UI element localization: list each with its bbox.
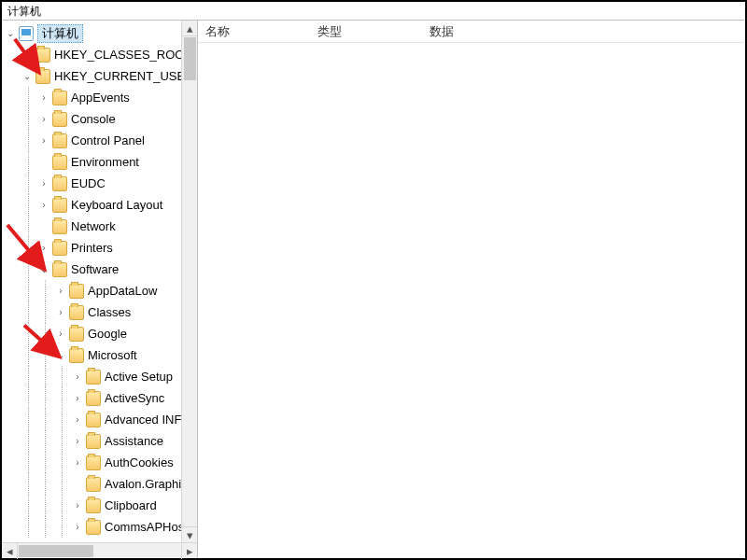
tree-item[interactable]: ›ActiveSync	[4, 387, 197, 409]
folder-icon	[86, 391, 101, 406]
chevron-right-icon[interactable]: ›	[71, 392, 84, 405]
scroll-right-icon[interactable]: ▸	[181, 543, 197, 559]
chevron-down-icon[interactable]: ⌄	[4, 27, 17, 40]
tree-item[interactable]: ›Active Setup	[4, 366, 197, 387]
tree-item[interactable]: ⌄计算机	[4, 22, 197, 44]
tree-item[interactable]: ›HKEY_CLASSES_ROOT	[4, 44, 197, 65]
chevron-right-icon[interactable]: ›	[54, 285, 67, 298]
tree-item-label: Microsoft	[88, 348, 143, 362]
tree-item-label: Network	[71, 219, 121, 233]
tree-item-label: ActiveSync	[105, 391, 170, 405]
scroll-down-icon[interactable]: ▾	[182, 526, 197, 542]
tree-item[interactable]: Network	[4, 216, 197, 237]
column-headers[interactable]: 名称 类型 数据	[198, 21, 745, 43]
folder-icon	[52, 155, 67, 170]
tree-item-label: CommsAPHost	[105, 520, 193, 534]
tree-item[interactable]: Environment	[4, 151, 197, 173]
tree-item-label: Console	[71, 112, 121, 126]
tree-item-label: AuthCookies	[105, 455, 179, 469]
chevron-right-icon[interactable]: ›	[54, 328, 67, 341]
tree-item[interactable]: ›CommsAPHost	[4, 516, 197, 538]
tree-item[interactable]: ⌄Software	[4, 259, 197, 280]
folder-icon	[52, 198, 67, 213]
tree-item-label: Classes	[88, 305, 136, 319]
registry-tree[interactable]: ⌄计算机›HKEY_CLASSES_ROOT⌄HKEY_CURRENT_USER…	[2, 21, 197, 542]
tree-item-label: Clipboard	[105, 498, 162, 512]
chevron-right-icon[interactable]: ›	[54, 306, 67, 319]
column-type[interactable]: 类型	[310, 23, 422, 40]
folder-icon	[86, 477, 101, 492]
chevron-right-icon[interactable]: ›	[37, 91, 50, 105]
chevron-down-icon[interactable]: ⌄	[21, 70, 34, 83]
tree-panel: ⌄计算机›HKEY_CLASSES_ROOT⌄HKEY_CURRENT_USER…	[2, 21, 198, 558]
tree-item-label: Google	[88, 327, 133, 341]
tree-item-label: Assistance	[105, 434, 169, 448]
tree-item[interactable]: ›Printers	[4, 237, 197, 259]
tree-horizontal-scrollbar[interactable]: ◂ ▸	[2, 542, 197, 558]
tree-item[interactable]: Avalon.Graphics	[4, 473, 197, 495]
computer-icon	[19, 26, 34, 41]
values-list[interactable]	[198, 43, 745, 558]
column-data[interactable]: 数据	[422, 23, 745, 40]
folder-icon	[86, 455, 101, 470]
tree-item-label: Environment	[71, 155, 145, 169]
tree-item[interactable]: ›EUDC	[4, 173, 197, 194]
chevron-right-icon[interactable]: ›	[71, 521, 84, 534]
tree-item[interactable]: ⌄HKEY_CURRENT_USER	[4, 65, 197, 87]
tree-item-label: HKEY_CURRENT_USER	[54, 69, 197, 83]
folder-icon	[35, 69, 50, 84]
folder-icon	[52, 219, 67, 234]
chevron-right-icon[interactable]: ›	[37, 113, 50, 126]
folder-icon	[69, 284, 84, 299]
folder-icon	[52, 241, 67, 256]
chevron-right-icon[interactable]: ›	[37, 242, 50, 255]
tree-item-label: Keyboard Layout	[71, 198, 168, 212]
tree-item[interactable]: ›AppDataLow	[4, 280, 197, 301]
chevron-right-icon[interactable]: ›	[37, 199, 50, 212]
folder-icon	[86, 434, 101, 449]
tree-item[interactable]: ›Assistance	[4, 430, 197, 452]
chevron-right-icon[interactable]: ›	[71, 435, 84, 448]
folder-icon	[35, 48, 50, 63]
tree-item-label: EUDC	[71, 176, 111, 190]
scroll-left-icon[interactable]: ◂	[2, 543, 18, 559]
scroll-thumb[interactable]	[184, 37, 196, 80]
tree-item[interactable]: ›Control Panel	[4, 130, 197, 151]
tree-item[interactable]: ›Keyboard Layout	[4, 194, 197, 216]
chevron-right-icon[interactable]: ›	[21, 49, 34, 62]
folder-icon	[69, 348, 84, 363]
chevron-down-icon[interactable]: ⌄	[37, 263, 50, 276]
folder-icon	[52, 176, 67, 191]
tree-item-label: Printers	[71, 241, 119, 255]
folder-icon	[69, 327, 84, 342]
folder-icon	[86, 498, 101, 513]
tree-item[interactable]: ›Google	[4, 323, 197, 344]
chevron-right-icon[interactable]: ›	[71, 499, 84, 512]
folder-icon	[52, 112, 67, 127]
chevron-right-icon[interactable]: ›	[71, 413, 84, 427]
tree-item-label: Control Panel	[71, 133, 150, 147]
tree-item[interactable]: ›AppEvents	[4, 87, 197, 108]
folder-icon	[86, 370, 101, 385]
chevron-down-icon[interactable]: ⌄	[54, 349, 67, 362]
folder-icon	[52, 91, 67, 105]
tree-item[interactable]: ›Console	[4, 108, 197, 130]
column-name[interactable]: 名称	[198, 23, 310, 40]
tree-item-label: Active Setup	[105, 370, 178, 384]
chevron-right-icon[interactable]: ›	[71, 456, 84, 469]
tree-item-label: 计算机	[37, 24, 83, 43]
folder-icon	[52, 262, 67, 277]
chevron-right-icon[interactable]: ›	[37, 134, 50, 147]
tree-item[interactable]: ›Advanced INF S	[4, 409, 197, 430]
tree-item[interactable]: ›Classes	[4, 301, 197, 323]
chevron-right-icon[interactable]: ›	[37, 177, 50, 190]
tree-item[interactable]: ›AuthCookies	[4, 452, 197, 473]
chevron-right-icon[interactable]: ›	[71, 371, 84, 384]
tree-vertical-scrollbar[interactable]: ▴ ▾	[181, 21, 197, 542]
scroll-thumb[interactable]	[19, 545, 93, 557]
window-title: 计算机	[2, 2, 745, 21]
tree-item[interactable]: ›Clipboard	[4, 495, 197, 516]
scroll-up-icon[interactable]: ▴	[182, 21, 197, 36]
tree-item[interactable]: ⌄Microsoft	[4, 344, 197, 366]
folder-icon	[86, 520, 101, 535]
